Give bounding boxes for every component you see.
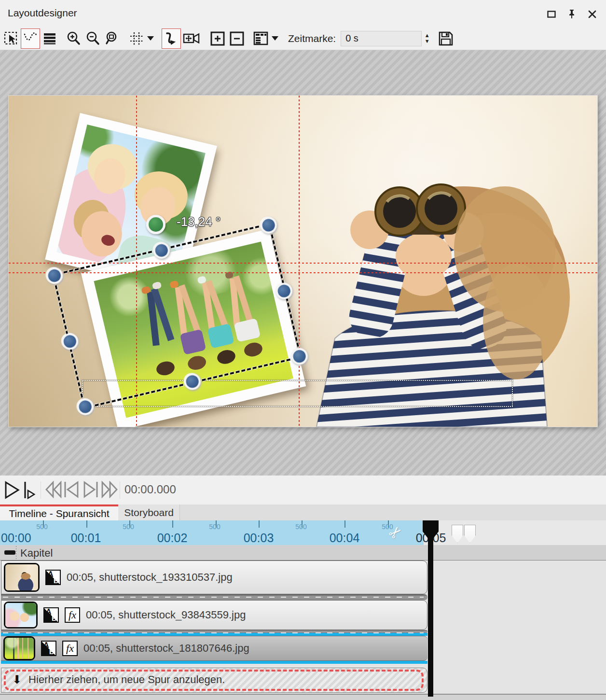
dropzone-label: Hierher ziehen, um neue Spur anzulegen. [28,673,225,686]
rewind-button[interactable] [44,481,63,498]
guide-line-vertical-2 [299,96,300,427]
grid-icon[interactable] [127,28,146,49]
play-from-position-button[interactable] [23,481,36,499]
ab-icon-letter-b: B [49,648,54,656]
ruler-minor-label: 500 [209,523,220,531]
timeline-ruler[interactable]: 00:00 00:01 00:02 00:03 00:04 00:05 500 … [0,520,606,545]
spinner-down-icon[interactable]: ▼ [425,39,430,43]
selection-handle-top-right[interactable] [259,215,278,235]
layout-canvas[interactable]: -13,24 ° [9,96,597,427]
select-tool-icon[interactable] [1,28,21,49]
zoom-fit-icon[interactable] [103,28,122,49]
tab-storyboard-label: Storyboard [124,507,174,518]
chapter-label: Kapitel [20,547,53,560]
ab-transition-icon[interactable]: A B [45,570,61,585]
timeline-tracks-area: Kapitel A B 00:05, shutterstock_19331053… [0,545,606,700]
pin-icon[interactable] [565,9,578,19]
ruler-minor-label: 500 [295,523,306,531]
track-row-3[interactable]: A B fx 00:05, shutterstock_181807646.jpg [1,636,427,661]
title-bar: Layoutdesigner [0,0,606,27]
view-tabs: Timeline - Spuransicht Storyboard [0,504,606,520]
fx-icon-label: fx [69,609,76,621]
track-separator[interactable] [1,630,427,633]
selection-handle-right[interactable] [274,281,294,301]
ruler-label-3s: 00:03 [244,531,274,545]
photo-detail [5,638,34,659]
tracks-list-icon[interactable] [40,28,59,49]
photo-detail [5,564,38,590]
toolbar: Zeitmarke: 0 s ▲ ▼ [0,27,606,50]
new-track-dropzone[interactable]: ⬇ Hierher ziehen, um neue Spur anzulegen… [1,668,427,693]
previous-frame-button[interactable] [63,481,80,498]
selection-handle-bottom-left[interactable] [75,397,95,417]
object-properties-icon[interactable] [251,28,271,49]
photo-detail [5,603,36,627]
layoutdesigner-window: { "window": { "title": "Layoutdesigner" … [0,0,606,700]
fast-forward-button[interactable] [100,481,119,498]
window-title: Layoutdesigner [8,7,77,19]
restore-window-icon[interactable] [545,9,558,19]
selection-handle-top-left[interactable] [44,266,64,286]
ruler-label-4s: 00:04 [330,531,360,545]
ruler-minor-label: 500 [36,523,47,531]
properties-dropdown-icon[interactable] [272,36,278,41]
rotation-center-handle[interactable] [146,215,165,234]
track2-thumbnail [4,602,38,629]
fx-effect-icon[interactable]: fx [62,641,78,656]
motion-path-tool-icon[interactable] [162,28,181,49]
tab-timeline-label: Timeline - Spuransicht [9,508,109,519]
zoom-out-icon[interactable] [83,28,103,49]
play-button[interactable] [4,481,20,499]
spinner-up-icon[interactable]: ▲ [425,33,430,38]
track1-label: 00:05, shutterstock_193310537.jpg [67,571,233,584]
ab-transition-icon[interactable]: A B [43,607,59,623]
photo-detail [81,211,122,257]
zeitmarke-spinner[interactable]: ▲ ▼ [422,31,432,46]
zeitmarke-value: 0 s [345,33,358,44]
ab-icon-letter-b: B [52,615,56,622]
add-box-icon[interactable] [208,28,227,49]
chapter-header-divider [16,546,16,560]
next-frame-button[interactable] [82,481,99,498]
track3-thumbnail [3,636,35,660]
grid-dropdown-icon[interactable] [147,36,154,41]
playhead-line[interactable] [428,536,433,697]
camera-pan-icon[interactable] [181,28,203,49]
canvas-background: -13,24 ° [0,50,606,476]
save-icon[interactable] [436,28,455,49]
selection-handle-left[interactable] [60,331,80,351]
down-arrow-icon: ⬇ [12,673,22,686]
ab-icon-letter-b: B [54,577,58,585]
zeitmarke-label: Zeitmarke: [288,33,336,44]
zoom-in-icon[interactable] [64,28,83,49]
keyframe-curve-tool-icon[interactable] [21,28,40,49]
collapse-chapter-icon[interactable] [4,550,15,555]
track-row-2[interactable]: A B fx 00:05, shutterstock_93843559.jpg [1,600,427,630]
track2-label: 00:05, shutterstock_93843559.jpg [86,609,246,621]
close-icon[interactable] [586,9,598,19]
fx-effect-icon[interactable]: fx [65,607,80,623]
marker-flag-2[interactable] [464,525,476,543]
marker-flag-1[interactable] [452,525,463,543]
ruler-tick [86,520,87,528]
track-lane: A B 00:05, shutterstock_193310537.jpg A … [1,560,427,693]
remove-box-icon[interactable] [227,28,247,49]
ruler-tick [344,520,345,528]
ruler-label-0s: 00:00 [1,531,31,545]
chapter-header[interactable]: Kapitel [0,545,606,560]
tab-storyboard[interactable]: Storyboard [118,504,180,520]
track-separator[interactable] [1,594,427,600]
ruler-label-1s: 00:01 [71,531,101,545]
ruler-tick [259,520,260,528]
fx-icon-label: fx [66,642,74,655]
track3-selection-border: A B fx 00:05, shutterstock_181807646.jpg [1,633,427,664]
tab-timeline[interactable]: Timeline - Spuransicht [0,504,118,520]
track-row-1[interactable]: A B 00:05, shutterstock_193310537.jpg [1,560,427,594]
ab-icon-letter-a: A [43,641,49,650]
ab-transition-icon[interactable]: A B [41,641,56,656]
playback-bar: 00:00.000 [0,476,606,504]
ruler-minor-label: 500 [123,523,134,531]
ruler-label-2s: 00:02 [157,531,188,545]
track3-label: 00:05, shutterstock_181807646.jpg [83,642,249,655]
zeitmarke-input[interactable]: 0 s [341,31,422,46]
